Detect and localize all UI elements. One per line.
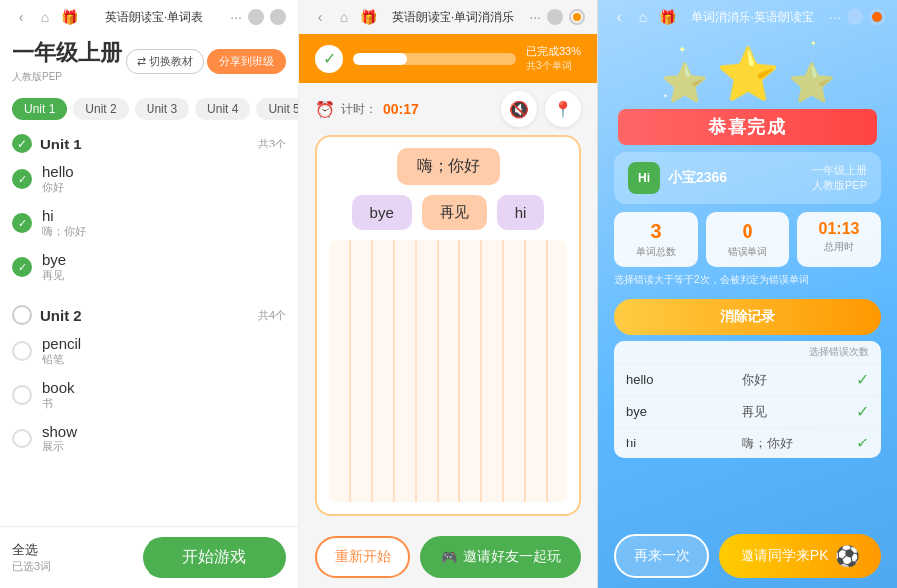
start-game-button[interactable]: 开始游戏 [143, 537, 286, 578]
panel-wordlist: ‹ ⌂ 🎁 英语朗读宝·单词表 ··· 一年级上册 人教版PEP ⇄ 切换教材 … [0, 0, 299, 588]
avatar: Hi [628, 162, 660, 194]
list-item: show 展示 [12, 417, 286, 460]
result-word-hello-cn: 你好 [742, 371, 857, 389]
book-checkbox[interactable] [12, 385, 32, 405]
option-hi[interactable]: hi [497, 195, 545, 230]
music-button[interactable]: 🔇 [501, 91, 537, 127]
gift-icon[interactable]: 🎁 [60, 8, 78, 26]
unit1-header: ✓ Unit 1 共3个 [12, 126, 286, 157]
clear-records-button[interactable]: 消除记录 [614, 299, 881, 335]
unit-group-2: Unit 2 共4个 pencil 铅笔 book 书 [12, 297, 286, 460]
bye-checkbox[interactable]: ✓ [12, 257, 32, 277]
tab-unit4[interactable]: Unit 4 [195, 98, 250, 120]
stat-time: 01:13 总用时 [797, 212, 881, 267]
unit2-checkbox[interactable] [12, 305, 32, 325]
unit1-checkbox[interactable]: ✓ [12, 134, 32, 153]
target-word-row: 嗨；你好 [329, 148, 567, 185]
word-pencil-cn: 铅笔 [42, 352, 81, 367]
panel1-footer: 全选 已选3词 开始游戏 [0, 526, 298, 588]
unit2-header: Unit 2 共4个 [12, 297, 286, 329]
word-show-cn: 展示 [42, 440, 77, 454]
restart-button[interactable]: 重新开始 [315, 536, 410, 578]
tab-unit2[interactable]: Unit 2 [73, 98, 128, 120]
word-hi-en: hi [42, 207, 86, 224]
p2-more-icon[interactable]: ··· [529, 9, 541, 25]
list-header-label: 选择错误次数 [809, 345, 869, 359]
select-all-label[interactable]: 全选 [12, 541, 51, 559]
option-zaijian[interactable]: 再见 [422, 195, 487, 230]
list-item: book 书 [12, 373, 286, 417]
back-icon[interactable]: ‹ [12, 8, 30, 26]
p2-back-icon[interactable]: ‹ [311, 8, 329, 26]
panel2-title: 英语朗读宝·单词消消乐 [383, 9, 523, 26]
result-word-hello-en: hello [626, 372, 742, 387]
word-hello-cn: 你好 [42, 180, 74, 195]
grade-label: 一年级上册 [812, 163, 867, 178]
p2-home-icon[interactable]: ⌂ [335, 8, 353, 26]
timer-icon: ⏰ [315, 100, 335, 119]
list-item: ✓ hi 嗨；你好 [12, 201, 286, 245]
svg-point-0 [573, 13, 581, 21]
pencil-checkbox[interactable] [12, 341, 32, 361]
username: 小宝2366 [668, 169, 727, 187]
unit-group-1: ✓ Unit 1 共3个 ✓ hello 你好 ✓ hi 嗨；你好 [12, 126, 286, 289]
p3-more-icon[interactable]: ··· [829, 9, 841, 25]
word-hello-en: hello [42, 163, 74, 180]
panel-result: ‹ ⌂ 🎁 单词消消乐·英语朗读宝 ··· ⭐ ⭐ ⭐ ✦ ✦ ✦ 恭喜完成 H… [598, 0, 897, 588]
p2-minimize-button[interactable] [547, 9, 563, 25]
list-item: ✓ bye 再见 [12, 245, 286, 289]
grade-info: 一年级上册 人教版PEP [12, 38, 122, 84]
timer-label: 计时： [341, 101, 377, 118]
stat-total-label: 单词总数 [622, 245, 690, 259]
p3-home-icon[interactable]: ⌂ [634, 8, 652, 26]
result-word-hi-cn: 嗨；你好 [742, 435, 857, 452]
panel1-header: ‹ ⌂ 🎁 英语朗读宝·单词表 ··· [0, 0, 298, 30]
hello-checkbox[interactable]: ✓ [12, 169, 32, 189]
soccer-ball-icon: ⚽ [835, 544, 860, 568]
p3-record-button[interactable] [869, 9, 885, 25]
stat-time-value: 01:13 [805, 220, 873, 238]
show-checkbox[interactable] [12, 429, 32, 448]
congrats-banner: 恭喜完成 [618, 109, 877, 145]
p3-minimize-button[interactable] [847, 9, 863, 25]
tab-unit5[interactable]: Unit 5 [256, 98, 298, 120]
switch-material-button[interactable]: ⇄ 切换教材 [126, 49, 204, 74]
invite-friend-button[interactable]: 🎮 邀请好友一起玩 [420, 536, 581, 578]
progress-bar-wrap [353, 53, 516, 65]
user-info: Hi 小宝2366 [628, 162, 727, 194]
play-again-button[interactable]: 再来一次 [614, 534, 709, 578]
select-all-area: 全选 已选3词 [12, 541, 51, 574]
sparkle-2-icon: ✦ [810, 39, 817, 48]
hi-checkbox[interactable]: ✓ [12, 213, 32, 233]
word-show-en: show [42, 423, 77, 440]
progress-percent: 已完成33% [526, 44, 581, 59]
share-button[interactable]: 分享到班级 [207, 49, 286, 74]
p2-gift-icon[interactable]: 🎁 [359, 8, 377, 26]
hint-button[interactable]: 📍 [545, 91, 581, 127]
more-icon[interactable]: ··· [230, 9, 242, 25]
tab-unit3[interactable]: Unit 3 [135, 98, 189, 120]
word-list: ✓ Unit 1 共3个 ✓ hello 你好 ✓ hi 嗨；你好 [0, 126, 298, 526]
list-item: ✓ hello 你好 [12, 157, 286, 201]
p3-back-icon[interactable]: ‹ [610, 8, 628, 26]
options-row: bye 再见 hi [329, 195, 567, 230]
panel2-header: ‹ ⌂ 🎁 英语朗读宝·单词消消乐 ··· [299, 0, 597, 34]
stat-total-value: 3 [622, 220, 690, 243]
p2-close-button[interactable] [569, 9, 585, 25]
switch-icon: ⇄ [137, 55, 146, 68]
p3-gift-icon[interactable]: 🎁 [658, 8, 676, 26]
word-bye-en: bye [42, 251, 66, 268]
invite-pk-button[interactable]: 邀请同学来PK ⚽ [719, 534, 881, 578]
home-icon[interactable]: ⌂ [36, 8, 54, 26]
panel3-header: ‹ ⌂ 🎁 单词消消乐·英语朗读宝 ··· [598, 0, 897, 34]
publisher-label: 人教版PEP [812, 178, 867, 193]
progress-area: ✓ 已完成33% 共3个单词 [299, 34, 597, 83]
invite-label: 邀请好友一起玩 [463, 548, 561, 566]
unit-tabs: Unit 1 Unit 2 Unit 3 Unit 4 Unit 5 [0, 92, 298, 126]
option-bye[interactable]: bye [352, 195, 412, 230]
minimize-button[interactable] [248, 9, 264, 25]
tab-unit1[interactable]: Unit 1 [12, 98, 67, 120]
close-button[interactable] [270, 9, 286, 25]
unit1-count: 共3个 [258, 137, 286, 151]
result-word-bye-en: bye [626, 404, 742, 419]
